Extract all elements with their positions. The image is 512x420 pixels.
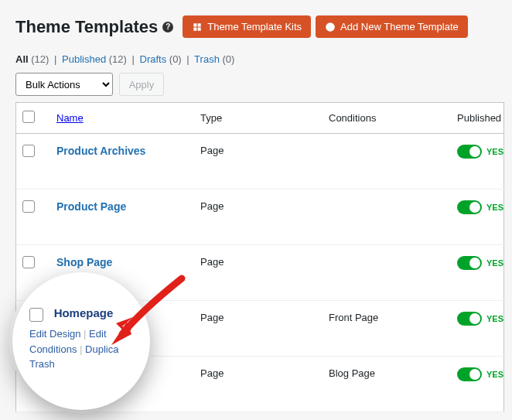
- page-title-text: Theme Templates: [15, 17, 158, 37]
- column-name[interactable]: Name: [56, 112, 84, 124]
- published-toggle[interactable]: [457, 145, 482, 159]
- published-toggle[interactable]: [457, 367, 482, 381]
- filter-published[interactable]: Published: [62, 53, 106, 65]
- add-button-label: Add New Theme Template: [340, 21, 459, 32]
- filter-published-count: (12): [109, 53, 127, 65]
- column-conditions: Conditions: [323, 103, 451, 134]
- published-label: YES: [486, 258, 503, 268]
- type-cell: Page: [194, 245, 323, 301]
- type-cell: Page: [194, 190, 323, 245]
- magnified-checkbox[interactable]: [29, 308, 43, 322]
- conditions-cell: [323, 245, 451, 301]
- type-cell: Page: [194, 357, 323, 412]
- magnified-title[interactable]: Homepage: [54, 306, 114, 319]
- column-type: Type: [194, 103, 323, 134]
- page-title: Theme Templates ?: [15, 17, 173, 37]
- filter-trash-count: (0): [222, 53, 234, 65]
- kits-button-label: Theme Template Kits: [207, 21, 302, 32]
- table-row: Product ArchivesPageYES: [16, 134, 504, 190]
- trash-link[interactable]: Trash: [29, 358, 55, 370]
- type-cell: Page: [194, 134, 323, 190]
- row-checkbox[interactable]: [22, 145, 35, 157]
- edit-design-link[interactable]: Edit Design: [29, 328, 80, 340]
- published-toggle[interactable]: [457, 312, 482, 326]
- magnifier-lens: Homepage Edit Design | Edit Conditions |…: [12, 272, 150, 410]
- published-label: YES: [486, 314, 503, 323]
- apply-button[interactable]: Apply: [119, 73, 165, 96]
- kits-icon: [192, 22, 203, 32]
- help-icon[interactable]: ?: [162, 22, 173, 32]
- status-filter-bar: All (12) | Published (12) | Drafts (0) |…: [15, 53, 504, 65]
- published-toggle[interactable]: [457, 200, 482, 214]
- template-title-link[interactable]: Shop Page: [56, 256, 112, 268]
- filter-drafts[interactable]: Drafts: [140, 53, 167, 65]
- type-cell: Page: [194, 301, 323, 357]
- add-new-template-button[interactable]: Add New Theme Template: [316, 15, 468, 38]
- row-checkbox[interactable]: [22, 256, 35, 268]
- magnified-row-actions: Edit Design | Edit Conditions | Duplica …: [29, 326, 135, 372]
- published-toggle[interactable]: [457, 256, 482, 270]
- conditions-cell: [323, 190, 451, 245]
- plus-circle-icon: [325, 22, 336, 32]
- published-label: YES: [486, 370, 503, 379]
- select-all-checkbox[interactable]: [22, 111, 35, 123]
- published-label: YES: [486, 203, 503, 212]
- conditions-cell: Blog Page: [323, 357, 451, 412]
- template-title-link[interactable]: Product Page: [56, 200, 126, 213]
- column-published: Published: [451, 103, 504, 134]
- table-row: Product PagePageYES: [16, 190, 504, 245]
- bulk-actions-select[interactable]: Bulk Actions: [15, 73, 113, 96]
- duplicate-link[interactable]: Duplica: [85, 343, 118, 355]
- filter-all-count: (12): [31, 53, 49, 65]
- conditions-cell: Front Page: [323, 301, 451, 357]
- theme-template-kits-button[interactable]: Theme Template Kits: [183, 15, 311, 38]
- filter-all[interactable]: All: [15, 53, 29, 65]
- filter-trash[interactable]: Trash: [194, 53, 220, 65]
- published-label: YES: [486, 147, 503, 156]
- conditions-cell: [323, 134, 451, 190]
- template-title-link[interactable]: Product Archives: [56, 145, 145, 157]
- row-checkbox[interactable]: [22, 200, 35, 213]
- filter-drafts-count: (0): [169, 53, 182, 65]
